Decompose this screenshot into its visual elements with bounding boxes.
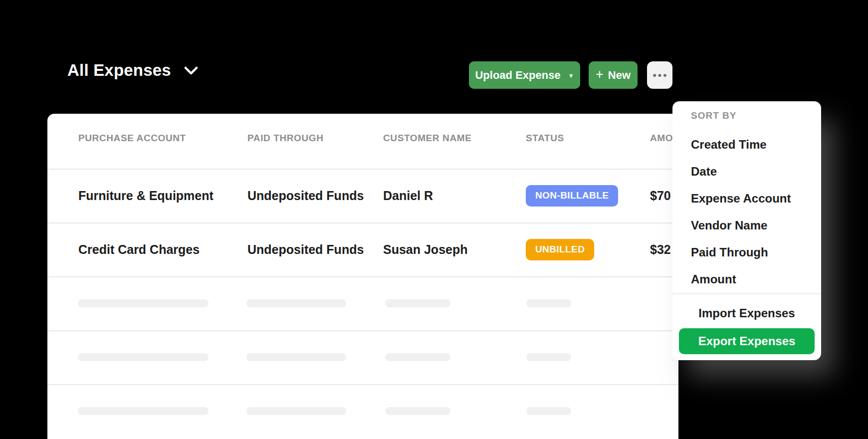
cell-customer-name: Susan Joseph bbox=[383, 222, 468, 276]
skeleton-pill bbox=[246, 299, 346, 307]
menu-item-amount[interactable]: Amount bbox=[672, 266, 821, 293]
sort-menu-list: Created Time Date Expense Account Vendor… bbox=[672, 131, 821, 293]
status-badge: UNBILLED bbox=[526, 239, 594, 260]
skeleton-pill bbox=[78, 407, 209, 415]
menu-item-import-expenses[interactable]: Import Expenses bbox=[672, 302, 821, 325]
column-header-status: STATUS bbox=[526, 133, 564, 144]
more-options-button[interactable]: ••• bbox=[647, 61, 672, 89]
column-header-paid-through: PAID THROUGH bbox=[247, 133, 324, 144]
cell-purchase-account: Furniture & Equipment bbox=[78, 169, 214, 222]
skeleton-row bbox=[47, 276, 678, 331]
new-button-label: New bbox=[608, 69, 631, 82]
skeleton-pill bbox=[385, 353, 450, 361]
skeleton-pill bbox=[78, 299, 209, 307]
chevron-down-icon bbox=[184, 66, 198, 77]
column-header-purchase-account: PURCHASE ACCOUNT bbox=[78, 133, 186, 144]
cell-amount: $70 bbox=[650, 169, 671, 222]
menu-item-vendor-name[interactable]: Vendor Name bbox=[672, 212, 821, 239]
cell-paid-through: Undeposited Funds bbox=[247, 222, 364, 276]
table-row[interactable]: Credit Card Charges Undeposited Funds Su… bbox=[47, 222, 678, 277]
skeleton-pill bbox=[526, 407, 571, 415]
skeleton-pill bbox=[526, 299, 571, 307]
menu-divider bbox=[672, 293, 821, 294]
skeleton-pill bbox=[246, 353, 346, 361]
skeleton-pill bbox=[246, 407, 346, 415]
upload-expense-label: Upload Expense bbox=[475, 69, 560, 82]
status-badge: NON-BILLABLE bbox=[526, 185, 618, 207]
table-header-row: PURCHASE ACCOUNT PAID THROUGH CUSTOMER N… bbox=[47, 114, 678, 170]
plus-icon: + bbox=[596, 68, 604, 81]
menu-item-expense-account[interactable]: Expense Account bbox=[672, 185, 821, 212]
cell-amount: $32 bbox=[650, 222, 671, 276]
ellipsis-icon: ••• bbox=[651, 69, 668, 81]
skeleton-pill bbox=[526, 353, 571, 361]
menu-item-date[interactable]: Date bbox=[672, 158, 821, 185]
expenses-page: All Expenses Upload Expense ▼ + New ••• … bbox=[0, 0, 868, 439]
table-row[interactable]: Furniture & Equipment Undeposited Funds … bbox=[47, 169, 678, 223]
skeleton-row bbox=[47, 384, 678, 438]
menu-item-created-time[interactable]: Created Time bbox=[672, 131, 821, 158]
export-expenses-button[interactable]: Export Expenses bbox=[679, 328, 815, 354]
column-header-customer-name: CUSTOMER NAME bbox=[383, 133, 471, 144]
skeleton-row bbox=[47, 330, 678, 385]
sort-by-label: SORT BY bbox=[691, 110, 736, 121]
page-title: All Expenses bbox=[67, 61, 171, 80]
cell-customer-name: Daniel R bbox=[383, 169, 433, 222]
upload-expense-button[interactable]: Upload Expense ▼ bbox=[469, 61, 580, 89]
cell-paid-through: Undeposited Funds bbox=[247, 169, 364, 222]
caret-down-icon: ▼ bbox=[568, 73, 574, 79]
expenses-table-card: PURCHASE ACCOUNT PAID THROUGH CUSTOMER N… bbox=[47, 114, 678, 439]
skeleton-pill bbox=[385, 407, 450, 415]
new-button[interactable]: + New bbox=[589, 61, 638, 89]
menu-item-paid-through[interactable]: Paid Through bbox=[672, 239, 821, 266]
skeleton-pill bbox=[78, 353, 209, 361]
sort-dropdown-panel: SORT BY Created Time Date Expense Accoun… bbox=[672, 101, 821, 360]
cell-purchase-account: Credit Card Charges bbox=[78, 222, 200, 276]
page-title-dropdown[interactable]: All Expenses bbox=[67, 61, 198, 80]
skeleton-pill bbox=[385, 299, 450, 307]
